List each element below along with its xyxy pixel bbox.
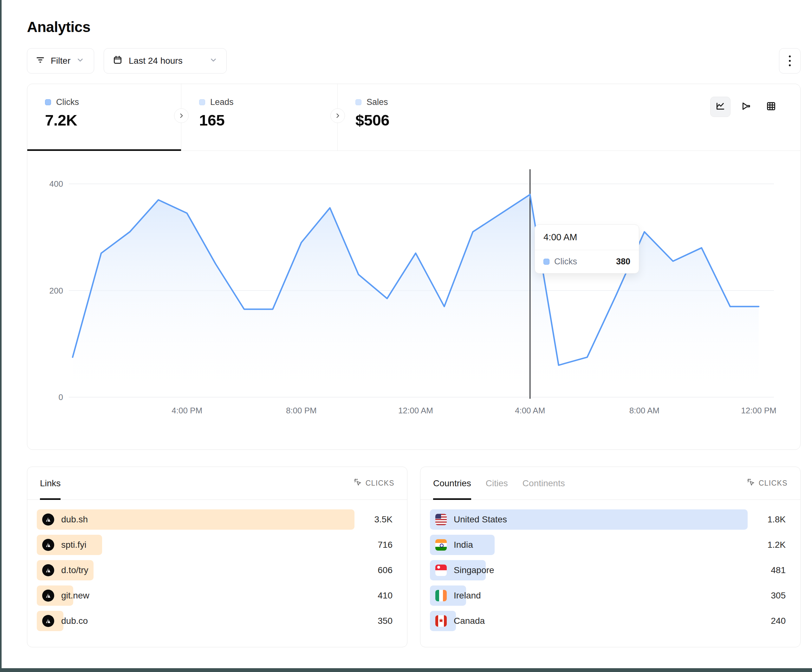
bar-area: United States (430, 509, 748, 530)
svg-text:12:00 PM: 12:00 PM (741, 406, 776, 415)
filter-button[interactable]: Filter (27, 48, 94, 73)
tab-links[interactable]: Links (40, 467, 61, 500)
links-panel-header: Links CLICKS (27, 467, 407, 500)
links-metric-selector[interactable]: CLICKS (353, 478, 394, 488)
window-edge-bottom (0, 668, 812, 672)
flag-icon-in (435, 539, 447, 551)
bar-area: spti.fyi (37, 535, 355, 555)
tab-sales[interactable]: Sales $506 (338, 84, 800, 150)
tooltip-legend-square (543, 259, 549, 265)
link-clicks-value: 350 (355, 616, 392, 626)
analytics-page: Analytics Filter Last 24 hours (27, 0, 800, 647)
country-clicks-value: 1.8K (748, 515, 786, 525)
svg-text:400: 400 (49, 179, 63, 189)
link-clicks-value: 410 (355, 590, 392, 601)
toolbar: Filter Last 24 hours (27, 48, 800, 73)
chart-tooltip: 4:00 AM Clicks 380 (535, 224, 639, 273)
cursor-click-icon (747, 478, 755, 488)
date-range-button[interactable]: Last 24 hours (104, 48, 227, 73)
bar-area: git.new (37, 585, 355, 606)
bar-area: Ireland (430, 585, 748, 606)
country-clicks-value: 1.2K (748, 540, 786, 550)
link-row[interactable]: dub.sh 3.5K (37, 509, 392, 530)
country-row[interactable]: Singapore 481 (430, 560, 786, 580)
dub-logo-icon (42, 539, 54, 551)
country-row[interactable]: United States 1.8K (430, 509, 786, 530)
tooltip-value: 380 (616, 257, 630, 266)
flag-icon-ca (435, 615, 447, 627)
sales-legend-square (355, 99, 362, 105)
country-row[interactable]: Ireland 305 (430, 585, 786, 606)
country-clicks-value: 305 (748, 590, 786, 601)
tab-continents[interactable]: Continents (522, 467, 565, 500)
link-row[interactable]: d.to/try 606 (37, 560, 392, 580)
flag-icon-sg (435, 565, 447, 576)
links-metric-label: CLICKS (365, 479, 394, 488)
link-row[interactable]: git.new 410 (37, 585, 392, 606)
country-clicks-value: 481 (748, 565, 786, 575)
line-chart-icon (715, 101, 725, 113)
flag-icon-us (435, 514, 447, 525)
funnel-view-button[interactable] (737, 98, 755, 116)
countries-panel-header: Countries Cities Continents CLICKS (420, 467, 800, 500)
chart-canvas[interactable]: 02004004:00 PM8:00 PM12:00 AM4:00 AM8:00… (27, 151, 800, 449)
bar-area: Canada (430, 611, 748, 631)
leads-legend-square (199, 99, 205, 105)
country-clicks-value: 240 (748, 616, 786, 626)
dub-logo-icon (42, 590, 54, 602)
svg-text:0: 0 (59, 392, 63, 402)
grid-icon (766, 101, 776, 113)
clicks-timeseries-chart[interactable]: 02004004:00 PM8:00 PM12:00 AM4:00 AM8:00… (27, 151, 800, 449)
country-row[interactable]: Canada 240 (430, 611, 786, 631)
date-range-label: Last 24 hours (129, 56, 183, 66)
link-row[interactable]: dub.co 350 (37, 611, 392, 631)
countries-metric-selector[interactable]: CLICKS (747, 478, 788, 488)
svg-text:8:00 PM: 8:00 PM (286, 406, 317, 415)
table-view-button[interactable] (762, 98, 780, 116)
dub-logo-icon (42, 513, 54, 525)
country-row[interactable]: India 1.2K (430, 535, 786, 555)
calendar-icon (113, 55, 123, 67)
bar-area: d.to/try (37, 560, 355, 580)
filter-button-label: Filter (51, 56, 70, 66)
line-chart-view-button[interactable] (710, 97, 730, 117)
expand-leads-button[interactable] (330, 108, 345, 123)
country-label: Ireland (454, 590, 481, 601)
funnel-icon (741, 101, 751, 113)
bar-area: dub.co (37, 611, 355, 631)
tab-countries[interactable]: Countries (433, 467, 471, 500)
countries-panel: Countries Cities Continents CLICKS (420, 467, 800, 647)
link-label: dub.co (61, 616, 88, 626)
tab-clicks[interactable]: Clicks 7.2K (27, 84, 181, 150)
link-label: spti.fyi (61, 540, 86, 550)
cursor-click-icon (353, 478, 362, 488)
expand-clicks-button[interactable] (174, 108, 189, 123)
links-list: dub.sh 3.5K spti.fyi 716 d.to/try 606 (27, 500, 407, 631)
flag-icon-ie (435, 590, 447, 601)
bar-area: India (430, 535, 748, 555)
chevron-down-icon (76, 56, 84, 66)
link-clicks-value: 606 (355, 565, 392, 575)
tab-leads[interactable]: Leads 165 (181, 84, 338, 150)
links-panel: Links CLICKS dub.sh (27, 467, 408, 647)
link-row[interactable]: spti.fyi 716 (37, 535, 392, 555)
tab-cities[interactable]: Cities (486, 467, 508, 500)
svg-text:8:00 AM: 8:00 AM (629, 406, 660, 415)
country-label: Singapore (454, 565, 494, 575)
tooltip-time: 4:00 AM (535, 225, 639, 250)
page-title: Analytics (27, 19, 800, 36)
more-options-button[interactable] (779, 48, 800, 73)
bar-area: dub.sh (37, 509, 355, 530)
leads-value: 165 (199, 111, 337, 129)
analytics-card: Clicks 7.2K Leads 165 Sales $506 (27, 84, 800, 450)
sales-tab-label: Sales (367, 97, 388, 107)
country-label: United States (454, 515, 507, 525)
window-edge-left (0, 0, 2, 672)
filter-bars-icon (36, 55, 45, 67)
chevron-down-icon (209, 56, 218, 66)
svg-text:200: 200 (49, 286, 63, 295)
svg-text:4:00 PM: 4:00 PM (172, 406, 202, 415)
leads-tab-label: Leads (210, 97, 234, 107)
tooltip-series-label: Clicks (554, 257, 577, 266)
svg-text:12:00 AM: 12:00 AM (398, 406, 433, 415)
